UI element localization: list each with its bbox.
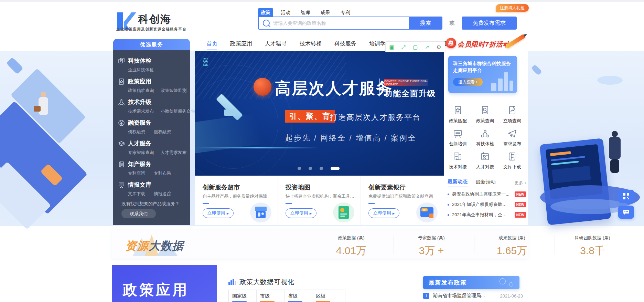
card-dash (368, 203, 375, 204)
search-tab-achievement[interactable]: 成果 (318, 8, 333, 17)
card-title: 创新要素银行 (368, 183, 406, 191)
table-header-national[interactable]: 国家级 (229, 290, 257, 302)
carousel-dot-2[interactable] (309, 167, 312, 170)
grid-talent-docking[interactable]: 人才对接 (471, 152, 499, 170)
sidebar-item-talent[interactable]: 人才服务 (128, 139, 151, 147)
table-header-province[interactable]: 省级 (285, 290, 312, 302)
table-header-city[interactable]: 市级 (257, 290, 285, 302)
news-item[interactable]: 磐安县政协副主席张卫芳一... NEW (448, 191, 526, 198)
grid-demand-publish[interactable]: 需求发布 (498, 128, 526, 147)
search-button[interactable]: 搜索 (409, 17, 442, 30)
policy-level-table: 国家级 市级 省级 区级 (228, 290, 345, 302)
sidebar-item-ip[interactable]: 知产服务 (128, 160, 151, 168)
grid-library-download[interactable]: 文库下载 (498, 152, 526, 170)
molecule-decoration (500, 278, 506, 284)
sidebar-link[interactable]: 小微创新服务众包 (161, 108, 195, 114)
search-tab-policy[interactable]: 政策 (258, 8, 273, 17)
grid-project-search[interactable]: 立项查询 (498, 105, 526, 124)
search-tab-patent[interactable]: 专利 (338, 8, 353, 17)
search-tab-activity[interactable]: 活动 (278, 8, 293, 17)
id-card-icon (480, 152, 490, 162)
grid-tech-docking[interactable]: 技术对接 (444, 152, 472, 170)
floating-diamond (531, 64, 543, 76)
tab-latest-news[interactable]: 最新动态 (448, 178, 468, 187)
graduation-cap-illustration (211, 99, 249, 121)
news-item[interactable]: 2021年高企申报材料，企业... NEW (448, 211, 526, 218)
news-item[interactable]: 2021年知识产权贯标资助项... NEW (448, 201, 526, 208)
sidebar-link[interactable]: 政策智能监测 (161, 88, 186, 94)
sidebar-link[interactable]: 技术需求发布 (128, 108, 154, 114)
card-investment-map[interactable]: 投资地图 快上搭建企业虚拟机构，百余工具实现... 立即使用▸ (278, 176, 361, 225)
buildings-icon (490, 72, 514, 91)
resource-bigdata-logo: 资源大数据 (125, 238, 184, 254)
training-board-icon (453, 128, 463, 139)
hero-carousel[interactable]: ≋≋ 高层次人才服务 COMPREHENSIVE FUNCTIONAL UPGR… (195, 51, 444, 176)
sidebar-link[interactable]: 文库下载 (128, 191, 145, 197)
enter-view-button[interactable]: 进入查看 › (453, 78, 483, 86)
search-tab-thinktank[interactable]: 智库 (298, 8, 313, 17)
sidebar-item-tech-upgrade[interactable]: 技术升级 (128, 98, 151, 106)
doc-chart-icon (507, 105, 517, 116)
finance-icon (118, 119, 125, 126)
sidebar-item-policy-app[interactable]: 政策应用 (128, 77, 151, 85)
settings-icon[interactable]: ⚙ (437, 44, 441, 50)
grid-tech-checkup[interactable]: 科技体检 (471, 128, 499, 147)
pearl-delta-promo-card[interactable]: 珠三角城市群综合科技服务 走廊应用平台 进入查看 › (448, 56, 517, 93)
or-text: 或 (449, 20, 454, 27)
register-gift-badge[interactable]: 注册得大礼包 (496, 4, 529, 12)
nav-tech-service[interactable]: 科技服务 (334, 40, 356, 48)
sidebar-link[interactable]: 股权融资 (154, 129, 171, 135)
sidebar-link[interactable]: 情报追踪 (154, 191, 171, 197)
logo-tagline: 企业政策应用及创新资源全链服务平台 (116, 27, 186, 32)
sidebar-link[interactable]: 专利查询 (128, 170, 145, 176)
news-more-link[interactable]: 更多 › (514, 180, 526, 186)
sidebar-item-library[interactable]: 情报文库 (128, 181, 151, 189)
card-innovation-bank[interactable]: 创新要素银行 免费提供知识产权和政策文献查询 立即使用▸ VIP (361, 176, 444, 225)
screenshot-toolbar: ▣ ⤢ ▢ ↗ ⚙ (385, 41, 445, 52)
nav-home[interactable]: 首页 (206, 40, 217, 48)
resize-icon[interactable]: ⤢ (401, 44, 406, 50)
use-now-button[interactable]: 立即使用▸ (286, 208, 316, 218)
sidebar-link[interactable]: 专利布局 (154, 170, 171, 176)
sidebar-link[interactable]: 人才需求发布 (161, 150, 186, 156)
share-icon[interactable]: ↗ (425, 44, 429, 50)
nav-tech-transfer[interactable]: 技术转移 (300, 40, 322, 48)
nav-policy-app[interactable]: 政策应用 (230, 40, 252, 48)
contact-us-button[interactable]: 联系我们 (121, 209, 156, 218)
use-now-button[interactable]: 立即使用▸ (203, 208, 234, 218)
chat-widget[interactable] (618, 206, 634, 219)
bar-chart-icon (228, 279, 236, 285)
carousel-dot-4-active[interactable] (331, 167, 340, 170)
capture-icon[interactable]: ▣ (389, 44, 394, 50)
divider (474, 236, 474, 254)
card-innovation-supermarket[interactable]: 创新服务超市 自主品牌产品，服务质量绝对保障 立即使用▸ (195, 176, 278, 225)
qr-code-widget[interactable] (618, 190, 634, 203)
right-platform-2 (550, 199, 630, 214)
search-input[interactable] (272, 20, 409, 26)
carousel-dot-1[interactable] (298, 167, 301, 170)
grid-policy-search[interactable]: 政策查询 (471, 105, 499, 124)
sidebar-link[interactable]: 专家智库查询 (128, 150, 154, 156)
sidebar-item-tech-checkup[interactable]: 科技体检 (128, 57, 151, 65)
grid-policy-match[interactable]: 政策匹配 (444, 105, 472, 124)
window-icon[interactable]: ▢ (413, 44, 418, 50)
sidebar-item-finance[interactable]: 融资服务 (128, 119, 151, 127)
sidebar-link[interactable]: 债权融资 (128, 129, 145, 135)
bullet-icon (448, 194, 449, 195)
table-header-district[interactable]: 区级 (312, 290, 340, 302)
latest-policy-banner: 最新发布政策 (423, 276, 519, 289)
publish-demand-button[interactable]: 免费发布需求 (462, 17, 517, 30)
member-discount-ribbon[interactable]: 惠 会员限时7折活动> (446, 36, 528, 51)
use-now-button[interactable]: 立即使用▸ (368, 208, 399, 218)
paper-plane-icon (507, 128, 517, 139)
rank-badge: 1 (423, 293, 429, 299)
nav-talent-hunt[interactable]: 人才猎寻 (265, 40, 287, 48)
latest-policy-item[interactable]: 1 湖南省市场监督管理局... 2021-06-23 (423, 292, 523, 299)
tab-latest-activity[interactable]: 最新活动 (476, 179, 496, 187)
grid-training[interactable]: 创新培训 (444, 128, 472, 147)
new-badge: NEW (515, 191, 526, 197)
search-box (258, 17, 410, 30)
sidebar-link[interactable]: 企业科技体检 (128, 67, 154, 73)
carousel-dot-3[interactable] (320, 167, 323, 170)
sidebar-link[interactable]: 政策精准查询 (128, 88, 154, 94)
